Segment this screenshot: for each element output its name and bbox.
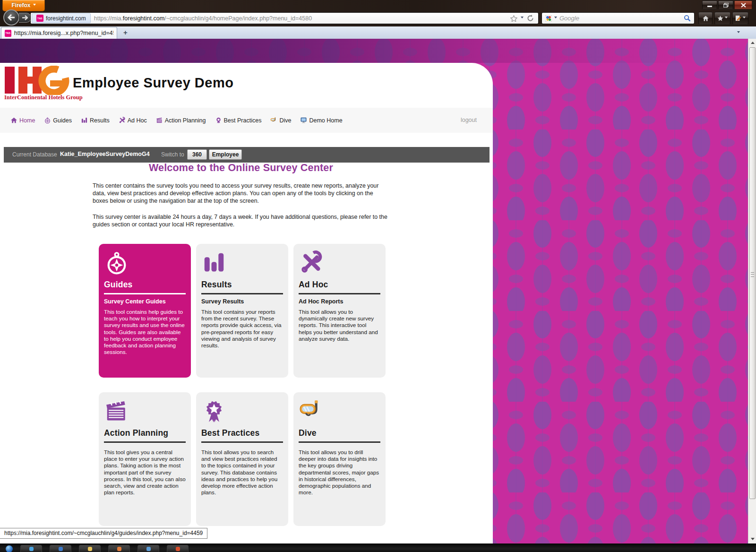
tools-icon xyxy=(119,117,126,124)
bar-chart-icon xyxy=(201,250,227,276)
taskbar-icon[interactable] xyxy=(20,545,42,552)
tab-strip: TNS https://mia.foresig...x.php?menu_id=… xyxy=(0,26,756,39)
scroll-down-button[interactable] xyxy=(749,535,756,543)
close-button[interactable] xyxy=(734,0,752,9)
compass-icon xyxy=(104,250,129,276)
nav-item-home[interactable]: Home xyxy=(10,117,35,124)
card-dive[interactable]: Dive This tool allows you to drill deepe… xyxy=(293,392,386,526)
forward-button[interactable] xyxy=(19,13,31,23)
card-title: Guides xyxy=(104,280,186,290)
nav-item-best-practices[interactable]: Best Practices xyxy=(215,117,262,124)
bar-chart-icon xyxy=(81,117,88,124)
main-navigation: Home Guides Results Ad Hoc Action Planni… xyxy=(0,108,493,133)
taskbar-icon[interactable] xyxy=(167,545,189,552)
search-bar[interactable]: Google xyxy=(541,12,695,24)
feedback-caret-icon xyxy=(743,17,746,20)
switch-360-button[interactable]: 360 xyxy=(187,149,207,160)
list-all-tabs-icon[interactable] xyxy=(737,31,740,34)
card-title: Best Practices xyxy=(201,428,283,438)
card-subtitle: Survey Center Guides xyxy=(104,298,186,305)
ihg-logo xyxy=(4,66,75,95)
scrollbar-grip xyxy=(751,272,754,277)
switch-to-label: Switch to xyxy=(161,151,184,158)
goggles-icon xyxy=(299,398,324,424)
nav-item-demo-home[interactable]: Demo Home xyxy=(300,117,342,124)
compass-icon xyxy=(44,117,51,124)
nav-item-guides[interactable]: Guides xyxy=(44,117,72,124)
monitor-icon xyxy=(300,117,307,124)
card-action-planning[interactable]: Action Planning This tool gives you a ce… xyxy=(99,392,191,526)
intro-paragraph-2: This survey center is available 24 hours… xyxy=(93,213,389,228)
clapperboard-icon xyxy=(156,117,163,124)
intro-paragraph-1: This center contains the survey tools yo… xyxy=(93,182,389,205)
switch-employee-button[interactable]: Employee xyxy=(209,149,242,160)
minimize-button[interactable] xyxy=(702,0,717,9)
feedback-icon xyxy=(735,15,741,21)
tab-title: https://mia.foresig...x.php?menu_id=4580 xyxy=(14,30,113,36)
welcome-heading: Welcome to the Online Survey Center xyxy=(93,162,389,174)
tools-icon xyxy=(299,250,324,276)
url-bar[interactable]: TNS foresightint.com https://mia.foresig… xyxy=(30,12,539,24)
taskbar-icon[interactable] xyxy=(108,545,130,552)
bookmarks-star-icon xyxy=(717,15,723,21)
site-identity-label: foresightint.com xyxy=(46,15,86,22)
search-input[interactable]: Google xyxy=(559,15,681,22)
card-title: Action Planning xyxy=(104,428,186,438)
card-ad-hoc[interactable]: Ad Hoc Ad Hoc Reports This tool allows y… xyxy=(293,244,386,378)
card-subtitle: Survey Results xyxy=(201,298,283,305)
taskbar-icon[interactable] xyxy=(137,545,159,552)
card-divider xyxy=(299,293,380,294)
nav-item-action-planning[interactable]: Action Planning xyxy=(156,117,206,124)
back-button[interactable] xyxy=(3,9,19,26)
database-bar: Current Database Katie_EmployeeSurveyDem… xyxy=(4,147,490,163)
browser-chrome: Firefox TNS foresightint.com https://mia… xyxy=(0,0,756,39)
restore-button[interactable] xyxy=(718,0,733,9)
card-best-practices[interactable]: Best Practices This tool allows you to s… xyxy=(196,392,288,526)
clapperboard-icon xyxy=(104,398,129,424)
tab-favicon: TNS xyxy=(5,30,11,37)
taskbar-icon[interactable] xyxy=(79,545,101,552)
arrow-down-icon xyxy=(751,538,755,542)
nav-item-dive[interactable]: Dive xyxy=(270,117,291,124)
search-icon[interactable] xyxy=(684,15,691,22)
reload-icon[interactable] xyxy=(527,15,534,22)
nav-item-ad-hoc[interactable]: Ad Hoc xyxy=(119,117,147,124)
windows-taskbar xyxy=(0,543,756,552)
card-results[interactable]: Results Survey Results This tool contain… xyxy=(196,244,288,378)
card-title: Ad Hoc xyxy=(299,280,380,290)
bookmark-caret-icon[interactable] xyxy=(521,17,524,20)
nav-item-results[interactable]: Results xyxy=(81,117,110,124)
start-button[interactable] xyxy=(6,545,13,552)
page-title: Employee Survey Demo xyxy=(73,75,233,91)
goggles-icon xyxy=(270,117,277,124)
intro-section: Welcome to the Online Survey Center This… xyxy=(93,162,389,228)
bookmark-star-icon[interactable] xyxy=(510,15,517,22)
card-guides[interactable]: Guides Survey Center Guides This tool co… xyxy=(99,244,191,378)
scroll-up-button[interactable] xyxy=(749,39,756,46)
chevron-down-icon xyxy=(33,4,36,7)
page-content: InterContinental Hotels Group Employee S… xyxy=(0,63,493,543)
feedback-button[interactable] xyxy=(732,12,748,25)
taskbar-icon[interactable] xyxy=(50,545,71,552)
bookmarks-button[interactable] xyxy=(714,12,730,25)
card-divider xyxy=(201,441,283,443)
new-tab-button[interactable]: + xyxy=(120,28,131,37)
back-arrow-icon xyxy=(8,14,15,21)
tab-active[interactable]: TNS https://mia.foresig...x.php?menu_id=… xyxy=(1,27,117,39)
card-divider xyxy=(201,293,283,294)
card-description: This tool allows you to drill deeper int… xyxy=(299,449,380,496)
arrow-up-icon xyxy=(751,40,755,44)
header-gradient-band xyxy=(0,39,756,63)
window-controls xyxy=(702,0,752,9)
scrollbar-thumb[interactable] xyxy=(749,47,756,499)
logout-link[interactable]: logout xyxy=(461,117,477,123)
card-description: This tool contains your reports from the… xyxy=(201,309,283,349)
site-identity-button[interactable]: TNS foresightint.com xyxy=(32,13,91,23)
vertical-scrollbar[interactable] xyxy=(748,39,756,543)
home-button[interactable] xyxy=(698,12,713,25)
card-divider xyxy=(104,293,186,294)
card-title: Results xyxy=(201,280,283,290)
search-engine-caret-icon[interactable] xyxy=(554,17,557,20)
card-subtitle: Ad Hoc Reports xyxy=(299,298,380,305)
forward-arrow-icon xyxy=(22,15,28,20)
